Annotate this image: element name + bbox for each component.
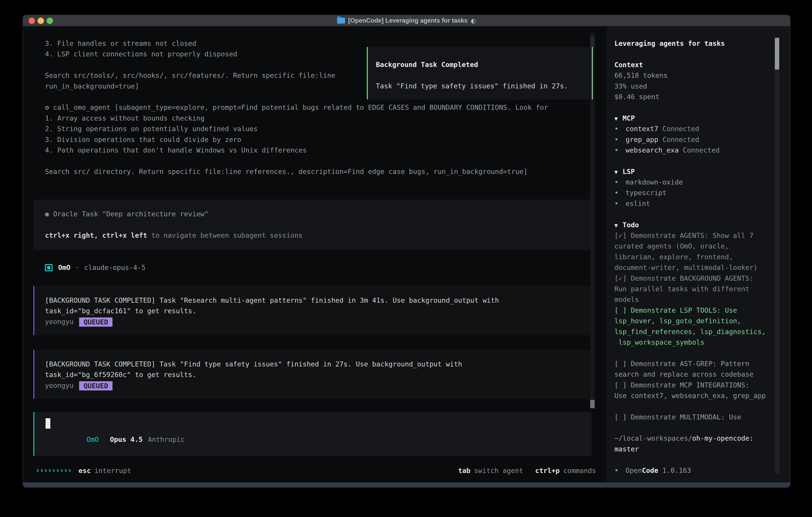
lsp-item: •typescript (614, 188, 772, 198)
sidebar-scrollbar-thumb[interactable] (775, 38, 779, 70)
text-cursor (46, 418, 50, 429)
hint-key-left: ctrl+x left (102, 231, 151, 239)
mcp-item: •websearch_exa Connected (614, 145, 772, 156)
app-version-number: 1.0.163 (658, 466, 691, 474)
hint-text: to navigate between subagent sessions (151, 231, 302, 239)
todo-line-done: librarian, explore, frontend, (614, 252, 772, 262)
todo-line-active: lsp_find_references, lsp_diagnostics, (614, 326, 772, 337)
todo-section-header[interactable]: ▼Todo (614, 220, 772, 230)
agent-call-text: call_omo_agent [subagent_type=explore, p… (49, 103, 548, 111)
agent-name: OmO (58, 262, 70, 273)
main-scrollbar-thumb-top[interactable] (590, 37, 594, 48)
blank-line (614, 156, 772, 166)
model-provider: Anthropic (148, 435, 184, 443)
lsp-item: •markdown-oxide (614, 177, 772, 188)
window-title-group: [OpenCode] Leveraging agents for tasks ◐ (337, 17, 476, 24)
main-scrollbar-thumb[interactable] (590, 400, 594, 408)
agent-icon (45, 264, 53, 271)
folder-icon (337, 18, 345, 24)
mcp-status: Connected (658, 136, 699, 143)
todo-line-pending: [ ] Demonstrate MCP INTEGRATIONS: (614, 380, 772, 390)
task-line: [BACKGROUND TASK COMPLETED] Task "Resear… (45, 295, 591, 306)
mcp-section-header[interactable]: ▼MCP (614, 113, 772, 124)
terminal-line: 2. String operations on potentially unde… (45, 124, 548, 134)
workspace-path-prefix: ~/local-workspaces/ (614, 434, 692, 442)
lsp-heading: LSP (622, 167, 635, 175)
status-badge: QUEUED (79, 381, 113, 390)
lsp-item: •eslint (614, 198, 772, 209)
app-name: Code (642, 466, 658, 474)
status-badge: QUEUED (79, 318, 113, 327)
background-task-result: [BACKGROUND TASK COMPLETED] Task "Find t… (33, 350, 591, 399)
todo-line-done: [✓] Demonstrate BACKGROUND AGENTS: (614, 273, 772, 284)
window-bottom-edge (23, 483, 790, 487)
tab-key-label: switch agent (474, 467, 523, 474)
todo-line-active: lsp_hover, lsp_goto_definition, (614, 316, 772, 326)
background-task-result: [BACKGROUND TASK COMPLETED] Task "Resear… (33, 286, 591, 335)
collapse-triangle-icon: ▼ (614, 115, 618, 122)
blank-line (614, 348, 772, 358)
lsp-section-header[interactable]: ▼LSP (614, 166, 772, 177)
status-right: tab switch agent ctrl+p commands (458, 467, 596, 474)
oracle-icon: ◉ (45, 210, 49, 218)
terminal-line: 4. Path operations that don't handle Win… (45, 145, 548, 156)
terminal-line: Search src/ directory. Return specific f… (45, 166, 548, 177)
mcp-item: •context7 Connected (614, 124, 772, 134)
workspace-branch: master (614, 444, 772, 455)
ctrlp-key-label: commands (563, 467, 596, 474)
lsp-name: typescript (626, 189, 667, 197)
sidebar-scrollbar[interactable] (775, 38, 779, 473)
todo-line-pending: search and replace across codebase (614, 369, 772, 380)
close-button[interactable] (29, 18, 35, 24)
model-short: OmO (87, 435, 99, 443)
terminal-line: 1. Array access without bounds checking (45, 113, 548, 124)
todo-line-done: Run parallel tasks with different (614, 284, 772, 294)
model-indicator: OmOOpus 4.5Anthropic (46, 428, 184, 452)
minimize-button[interactable] (37, 18, 44, 24)
opencode-terminal-window: [OpenCode] Leveraging agents for tasks ◐… (23, 15, 790, 487)
background-task-toast: Background Task Completed Task "Find typ… (367, 47, 593, 99)
esc-key-hint: esc (79, 467, 91, 474)
agent-model: claude-opus-4-5 (84, 262, 145, 273)
todo-line-pending: Use context7, websearch_exa, grep_app (614, 390, 772, 401)
blank-line (614, 401, 772, 412)
model-name: Opus 4.5 (110, 435, 143, 443)
mcp-heading: MCP (622, 114, 635, 122)
tab-key-hint: tab (458, 467, 470, 474)
mcp-item: •grep_app Connected (614, 134, 772, 145)
task-meta-line: yeongyuQUEUED (45, 380, 591, 391)
toast-body: Task "Find type safety issues" finished … (376, 81, 592, 91)
zoom-button[interactable] (47, 18, 53, 24)
agent-call-line: ⚙ call_omo_agent [subagent_type=explore,… (45, 102, 548, 113)
bullet-icon: • (614, 198, 626, 209)
context-heading: Context (614, 60, 772, 70)
bullet-icon: • (614, 124, 626, 134)
app-version: •OpenCode 1.0.163 (614, 465, 772, 476)
task-user: yeongyu (45, 381, 74, 389)
session-title: Leveraging agents for tasks (614, 38, 772, 49)
blank-line (614, 455, 772, 465)
blank-line (376, 70, 592, 81)
mcp-name: context7 (626, 125, 658, 133)
todo-line-done: [✓] Demonstrate AGENTS: Show all 7 (614, 230, 772, 241)
window-titlebar[interactable]: [OpenCode] Leveraging agents for tasks ◐ (23, 15, 790, 26)
mcp-status: Connected (679, 146, 720, 154)
oracle-task-box: ◉ Oracle Task "Deep architecture review"… (33, 199, 591, 250)
chat-transcript-pane: 3. File handles or streams not closed 4.… (23, 26, 606, 483)
lsp-name: eslint (626, 199, 650, 208)
todo-line-done: document-writer, multimodal-looker) (614, 262, 772, 273)
collapse-triangle-icon: ▼ (614, 222, 618, 229)
separator-dot: · (75, 262, 79, 273)
todo-line-pending: [ ] Demonstrate MULTIMODAL: Use (614, 412, 772, 423)
mcp-status: Connected (658, 125, 699, 133)
toast-title: Background Task Completed (376, 59, 592, 70)
todo-line-active: lsp_workspace_symbols (614, 337, 772, 348)
hint-key-right: ctrl+x right, (45, 231, 102, 239)
prompt-input[interactable]: OmOOpus 4.5Anthropic (33, 412, 591, 456)
esc-key-label: interrupt (94, 467, 131, 474)
status-bar: esc interrupt tab switch agent ctrl+p co… (37, 465, 596, 476)
oracle-title: Oracle Task "Deep architecture review" (49, 210, 208, 218)
task-line: task_id="bg_6f59260c" to get results. (45, 370, 591, 380)
mcp-name: grep_app (626, 136, 658, 143)
status-left: esc interrupt (37, 467, 131, 474)
